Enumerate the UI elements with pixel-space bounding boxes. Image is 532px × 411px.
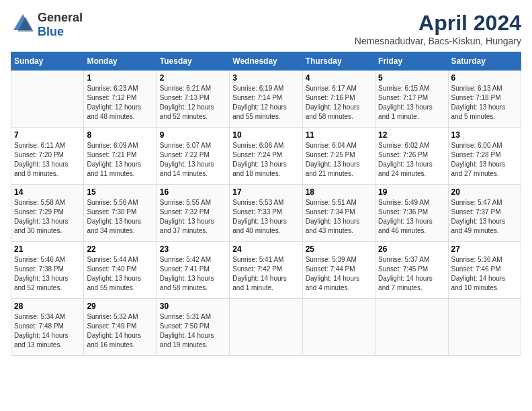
logo-text: General Blue [38,11,83,39]
calendar-cell: 26Sunrise: 5:37 AMSunset: 7:45 PMDayligh… [375,242,448,299]
day-number: 23 [160,244,226,254]
day-number: 20 [451,187,518,197]
day-number: 27 [451,244,518,254]
calendar-cell: 17Sunrise: 5:53 AMSunset: 7:33 PMDayligh… [230,185,302,242]
logo-blue: Blue [38,25,64,38]
day-info: Sunrise: 6:02 AMSunset: 7:26 PMDaylight:… [378,141,445,179]
weekday-header-wednesday: Wednesday [230,52,302,71]
day-info: Sunrise: 5:39 AMSunset: 7:44 PMDaylight:… [306,255,372,293]
day-number: 14 [14,187,81,197]
calendar-cell: 2Sunrise: 6:21 AMSunset: 7:13 PMDaylight… [157,71,229,128]
day-number: 2 [160,73,226,83]
day-number: 29 [87,302,153,311]
calendar-cell: 14Sunrise: 5:58 AMSunset: 7:29 PMDayligh… [11,185,84,242]
calendar-cell [11,71,84,128]
day-info: Sunrise: 6:15 AMSunset: 7:17 PMDaylight:… [378,84,445,122]
day-number: 25 [306,244,372,254]
day-info: Sunrise: 6:19 AMSunset: 7:14 PMDaylight:… [232,84,299,122]
day-number: 30 [160,302,226,311]
calendar-cell: 18Sunrise: 5:51 AMSunset: 7:34 PMDayligh… [302,185,375,242]
week-row-4: 28Sunrise: 5:34 AMSunset: 7:48 PMDayligh… [11,299,521,356]
logo-graphic [11,11,35,38]
calendar-cell: 30Sunrise: 5:31 AMSunset: 7:50 PMDayligh… [157,299,229,356]
week-row-2: 14Sunrise: 5:58 AMSunset: 7:29 PMDayligh… [11,185,521,242]
calendar-cell: 22Sunrise: 5:44 AMSunset: 7:40 PMDayligh… [84,242,157,299]
day-info: Sunrise: 5:41 AMSunset: 7:42 PMDaylight:… [232,255,299,293]
calendar-cell: 19Sunrise: 5:49 AMSunset: 7:36 PMDayligh… [375,185,448,242]
logo: General Blue [11,11,83,39]
day-number: 22 [87,244,153,254]
week-row-3: 21Sunrise: 5:46 AMSunset: 7:38 PMDayligh… [11,242,521,299]
weekday-header-thursday: Thursday [302,52,375,71]
day-info: Sunrise: 6:17 AMSunset: 7:16 PMDaylight:… [306,84,372,122]
day-number: 8 [87,130,153,140]
calendar-cell: 3Sunrise: 6:19 AMSunset: 7:14 PMDaylight… [230,71,302,128]
calendar-cell: 25Sunrise: 5:39 AMSunset: 7:44 PMDayligh… [302,242,375,299]
day-number: 15 [87,187,153,197]
week-row-0: 1Sunrise: 6:23 AMSunset: 7:12 PMDaylight… [11,71,521,128]
weekday-header-row: SundayMondayTuesdayWednesdayThursdayFrid… [11,52,521,71]
weekday-header-sunday: Sunday [11,52,84,71]
day-info: Sunrise: 6:09 AMSunset: 7:21 PMDaylight:… [87,141,153,179]
day-info: Sunrise: 5:34 AMSunset: 7:48 PMDaylight:… [14,312,81,350]
weekday-header-saturday: Saturday [448,52,521,71]
header: General Blue April 2024 Nemesnadudvar, B… [11,11,521,46]
calendar-cell: 10Sunrise: 6:06 AMSunset: 7:24 PMDayligh… [230,128,302,185]
day-info: Sunrise: 5:42 AMSunset: 7:41 PMDaylight:… [160,255,226,293]
calendar-cell: 5Sunrise: 6:15 AMSunset: 7:17 PMDaylight… [375,71,448,128]
calendar-cell: 12Sunrise: 6:02 AMSunset: 7:26 PMDayligh… [375,128,448,185]
calendar-title: April 2024 [355,11,521,36]
day-number: 28 [14,302,81,311]
calendar-cell: 29Sunrise: 5:32 AMSunset: 7:49 PMDayligh… [84,299,157,356]
day-info: Sunrise: 5:31 AMSunset: 7:50 PMDaylight:… [160,312,226,350]
calendar-cell: 24Sunrise: 5:41 AMSunset: 7:42 PMDayligh… [230,242,302,299]
calendar-subtitle: Nemesnadudvar, Bacs-Kiskun, Hungary [355,36,521,46]
day-info: Sunrise: 5:53 AMSunset: 7:33 PMDaylight:… [232,198,299,236]
calendar-cell: 16Sunrise: 5:55 AMSunset: 7:32 PMDayligh… [157,185,229,242]
calendar-cell [302,299,375,356]
day-number: 13 [451,130,518,140]
day-info: Sunrise: 5:58 AMSunset: 7:29 PMDaylight:… [14,198,81,236]
day-number: 1 [87,73,153,83]
day-number: 24 [232,244,299,254]
calendar-cell: 8Sunrise: 6:09 AMSunset: 7:21 PMDaylight… [84,128,157,185]
day-info: Sunrise: 5:37 AMSunset: 7:45 PMDaylight:… [378,255,445,293]
day-info: Sunrise: 6:23 AMSunset: 7:12 PMDaylight:… [87,84,153,122]
day-info: Sunrise: 6:06 AMSunset: 7:24 PMDaylight:… [232,141,299,179]
day-number: 21 [14,244,81,254]
calendar-cell: 13Sunrise: 6:00 AMSunset: 7:28 PMDayligh… [448,128,521,185]
day-info: Sunrise: 6:13 AMSunset: 7:18 PMDaylight:… [451,84,518,122]
day-number: 4 [306,73,372,83]
weekday-header-monday: Monday [84,52,157,71]
day-number: 5 [378,73,445,83]
calendar-cell: 1Sunrise: 6:23 AMSunset: 7:12 PMDaylight… [84,71,157,128]
calendar-cell: 4Sunrise: 6:17 AMSunset: 7:16 PMDaylight… [302,71,375,128]
calendar-cell [375,299,448,356]
week-row-1: 7Sunrise: 6:11 AMSunset: 7:20 PMDaylight… [11,128,521,185]
day-number: 11 [306,130,372,140]
calendar-cell: 27Sunrise: 5:36 AMSunset: 7:46 PMDayligh… [448,242,521,299]
day-info: Sunrise: 6:04 AMSunset: 7:25 PMDaylight:… [306,141,372,179]
day-info: Sunrise: 6:00 AMSunset: 7:28 PMDaylight:… [451,141,518,179]
calendar-cell: 11Sunrise: 6:04 AMSunset: 7:25 PMDayligh… [302,128,375,185]
day-number: 7 [14,130,81,140]
day-info: Sunrise: 6:11 AMSunset: 7:20 PMDaylight:… [14,141,81,179]
calendar-cell: 23Sunrise: 5:42 AMSunset: 7:41 PMDayligh… [157,242,229,299]
day-info: Sunrise: 5:51 AMSunset: 7:34 PMDaylight:… [306,198,372,236]
day-info: Sunrise: 5:46 AMSunset: 7:38 PMDaylight:… [14,255,81,293]
day-info: Sunrise: 5:36 AMSunset: 7:46 PMDaylight:… [451,255,518,293]
day-info: Sunrise: 5:32 AMSunset: 7:49 PMDaylight:… [87,312,153,350]
day-number: 12 [378,130,445,140]
day-number: 19 [378,187,445,197]
calendar-cell: 9Sunrise: 6:07 AMSunset: 7:22 PMDaylight… [157,128,229,185]
weekday-header-friday: Friday [375,52,448,71]
day-info: Sunrise: 5:49 AMSunset: 7:36 PMDaylight:… [378,198,445,236]
calendar-cell [230,299,302,356]
day-info: Sunrise: 5:56 AMSunset: 7:30 PMDaylight:… [87,198,153,236]
calendar-cell: 7Sunrise: 6:11 AMSunset: 7:20 PMDaylight… [11,128,84,185]
day-number: 17 [232,187,299,197]
day-number: 18 [306,187,372,197]
day-number: 26 [378,244,445,254]
day-info: Sunrise: 5:55 AMSunset: 7:32 PMDaylight:… [160,198,226,236]
calendar-cell: 21Sunrise: 5:46 AMSunset: 7:38 PMDayligh… [11,242,84,299]
